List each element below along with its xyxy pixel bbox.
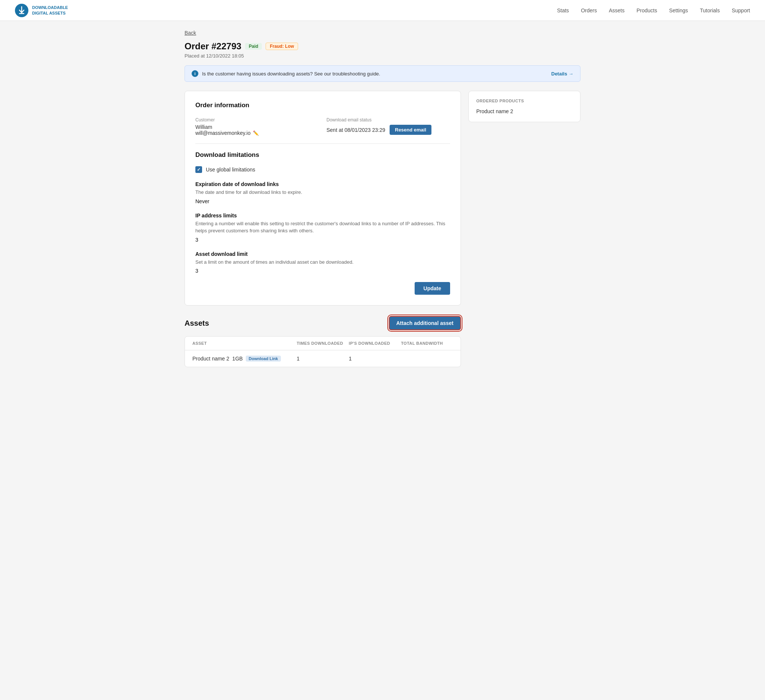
table-header-row: ASSET TIMES DOWNLOADED IP'S DOWNLOADED T… [185, 337, 461, 350]
order-info-title: Order information [195, 102, 450, 109]
total-bandwidth-cell [401, 356, 453, 362]
times-downloaded-cell: 1 [297, 356, 349, 362]
email-row: will@massivemonkey.io ✏️ [195, 130, 319, 136]
page-content: Back Order #22793 Paid Fraud: Low Placed… [170, 21, 595, 382]
attach-additional-asset-button[interactable]: Attach additional asset [389, 316, 461, 330]
order-info-card: Order information Customer William will@… [184, 91, 461, 305]
main-nav: Stats Orders Assets Products Settings Tu… [557, 6, 750, 15]
nav-stats[interactable]: Stats [557, 6, 569, 15]
resend-email-button[interactable]: Resend email [390, 125, 431, 135]
assets-header: Assets Attach additional asset [184, 316, 461, 330]
header: DOWNLOADABLE DIGITAL ASSETS Stats Orders… [0, 0, 765, 21]
asset-limit-block: Asset download limit Set a limit on the … [195, 251, 450, 274]
assets-section: Assets Attach additional asset ASSET TIM… [184, 316, 461, 367]
customer-name: William [195, 124, 319, 130]
info-banner-left: i Is the customer having issues download… [192, 70, 380, 77]
customer-column: Customer William will@massivemonkey.io ✏… [195, 117, 319, 136]
update-row: Update [195, 282, 450, 295]
email-status-row: Sent at 08/01/2023 23:29 Resend email [326, 125, 450, 135]
nav-tutorials[interactable]: Tutorials [700, 6, 720, 15]
asset-size: 1GB [232, 356, 243, 362]
asset-limit-value: 3 [195, 268, 450, 274]
ordered-products-title: ORDERED PRODUCTS [476, 99, 573, 103]
asset-limit-title: Asset download limit [195, 251, 450, 257]
nav-products[interactable]: Products [636, 6, 657, 15]
order-title-row: Order #22793 Paid Fraud: Low [184, 41, 581, 52]
left-column: Order information Customer William will@… [184, 91, 461, 367]
asset-name: Product name 2 [192, 356, 229, 362]
expiry-desc: The date and time for all download links… [195, 189, 450, 196]
product-name: Product name 2 [476, 109, 573, 114]
col-header-times-downloaded: TIMES DOWNLOADED [297, 341, 349, 346]
global-limits-checkbox-row: Use global limitations [195, 166, 450, 173]
ips-downloaded-cell: 1 [349, 356, 401, 362]
assets-title: Assets [184, 319, 209, 327]
ordered-products-card: ORDERED PRODUCTS Product name 2 [468, 91, 581, 122]
main-layout: Order information Customer William will@… [184, 91, 581, 367]
order-date: Placed at 12/10/2022 18:05 [184, 53, 581, 59]
paid-badge: Paid [245, 43, 262, 50]
col-header-asset: ASSET [192, 341, 297, 346]
global-limits-checkbox[interactable] [195, 166, 202, 173]
ip-limits-block: IP address limits Entering a number will… [195, 212, 450, 243]
svg-rect-1 [19, 13, 24, 14]
expiry-value: Never [195, 198, 450, 204]
expiry-block: Expiration date of download links The da… [195, 181, 450, 204]
asset-limit-desc: Set a limit on the amount of times an in… [195, 258, 450, 266]
info-banner-text: Is the customer having issues downloadin… [202, 71, 380, 77]
customer-label: Customer [195, 117, 319, 123]
asset-name-cell: Product name 2 1GB Download Link [192, 356, 297, 362]
back-link[interactable]: Back [184, 30, 196, 36]
ip-value: 3 [195, 237, 450, 243]
nav-support[interactable]: Support [732, 6, 750, 15]
logo-text: DOWNLOADABLE DIGITAL ASSETS [32, 5, 68, 16]
nav-settings[interactable]: Settings [669, 6, 688, 15]
col-header-total-bandwidth: TOTAL BANDWIDTH [401, 341, 453, 346]
divider [195, 143, 450, 144]
assets-table: ASSET TIMES DOWNLOADED IP'S DOWNLOADED T… [184, 336, 461, 367]
dl-section-title: Download limitations [195, 151, 450, 159]
email-status-label: Download email status [326, 117, 450, 123]
update-button[interactable]: Update [415, 282, 450, 295]
nav-orders[interactable]: Orders [581, 6, 597, 15]
logo-area: DOWNLOADABLE DIGITAL ASSETS [15, 4, 68, 17]
email-status-column: Download email status Sent at 08/01/2023… [326, 117, 450, 136]
email-sent-time: Sent at 08/01/2023 23:29 [326, 127, 385, 133]
customer-info-grid: Customer William will@massivemonkey.io ✏… [195, 117, 450, 136]
global-limits-label: Use global limitations [206, 167, 255, 173]
order-title: Order #22793 [184, 41, 241, 52]
nav-assets[interactable]: Assets [609, 6, 625, 15]
ip-desc: Entering a number will enable this setti… [195, 220, 450, 234]
customer-email: will@massivemonkey.io [195, 130, 251, 136]
expiry-title: Expiration date of download links [195, 181, 450, 187]
download-link-badge[interactable]: Download Link [246, 356, 281, 362]
logo-icon [15, 4, 28, 17]
col-header-ips-downloaded: IP'S DOWNLOADED [349, 341, 401, 346]
sidebar: ORDERED PRODUCTS Product name 2 [468, 91, 581, 122]
table-row: Product name 2 1GB Download Link 1 1 [185, 350, 461, 367]
ip-title: IP address limits [195, 212, 450, 219]
info-icon: i [192, 70, 198, 77]
info-banner: i Is the customer having issues download… [184, 65, 581, 82]
edit-email-icon[interactable]: ✏️ [253, 131, 259, 136]
details-link[interactable]: Details → [551, 71, 573, 77]
fraud-badge: Fraud: Low [266, 42, 298, 50]
